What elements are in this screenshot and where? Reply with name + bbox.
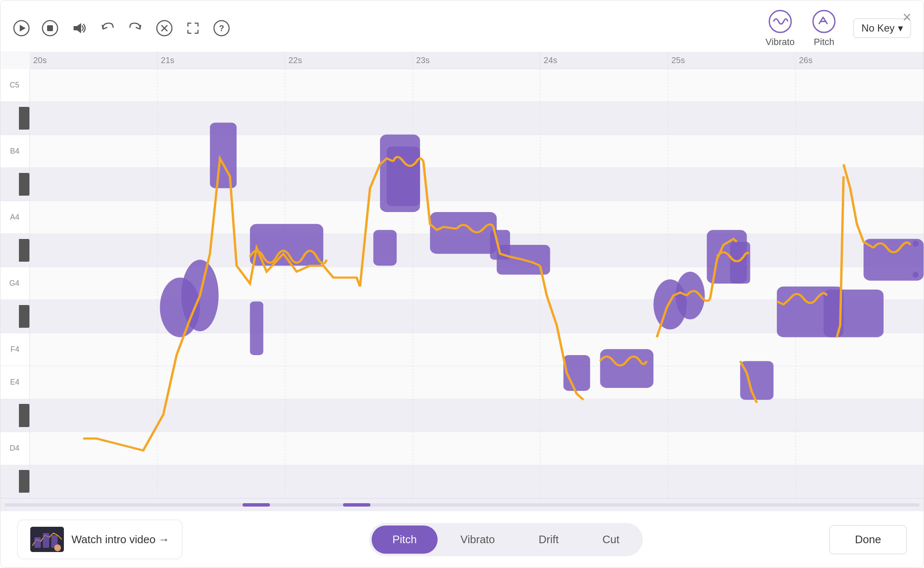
cancel-button[interactable] <box>156 20 173 37</box>
key-b4: B4 <box>0 135 29 168</box>
bottom-toolbar: Watch intro video → Pitch Vibrato Drift … <box>0 511 924 568</box>
piano-keys: C5 B4 A4 <box>0 69 30 498</box>
svg-point-11 <box>769 11 791 32</box>
svg-rect-43 <box>43 533 49 548</box>
svg-marker-5 <box>77 23 81 33</box>
volume-button[interactable] <box>70 20 87 37</box>
tick-22s: 22s <box>285 52 413 69</box>
svg-point-45 <box>54 544 61 551</box>
pitch-tool[interactable]: Pitch <box>811 9 837 48</box>
tick-21s: 21s <box>158 52 285 69</box>
key-db4 <box>0 465 29 498</box>
piano-roll: 20s 21s 22s 23s 24s 25s 26s C5 B4 <box>0 52 924 511</box>
black-key <box>19 239 29 262</box>
watch-intro-button[interactable]: Watch intro video → <box>17 520 182 559</box>
svg-rect-42 <box>34 537 41 548</box>
black-key <box>19 173 29 196</box>
black-key <box>19 305 29 328</box>
close-button[interactable]: × <box>903 8 911 26</box>
tick-24s: 24s <box>540 52 668 69</box>
tab-drift[interactable]: Drift <box>517 526 580 554</box>
tick-23s: 23s <box>413 52 541 69</box>
vibrato-icon <box>768 9 793 34</box>
stop-button[interactable] <box>42 20 58 37</box>
key-gb4 <box>0 300 29 333</box>
help-button[interactable]: ? <box>213 20 230 37</box>
vibrato-label: Vibrato <box>766 37 795 48</box>
tick-26s: 26s <box>795 52 923 69</box>
key-g4: G4 <box>0 267 29 300</box>
play-button[interactable] <box>13 20 30 37</box>
key-selector-value: No Key <box>861 22 895 34</box>
tab-vibrato[interactable]: Vibrato <box>439 526 516 554</box>
svg-marker-1 <box>20 25 26 32</box>
done-button[interactable]: Done <box>829 525 907 554</box>
vibrato-tool[interactable]: Vibrato <box>766 9 795 48</box>
scroll-thumb-1[interactable] <box>243 503 270 507</box>
pitch-label: Pitch <box>814 37 834 48</box>
black-key <box>19 470 29 493</box>
fullscreen-button[interactable] <box>185 20 201 37</box>
scroll-dot-2[interactable] <box>913 272 919 278</box>
scroll-track[interactable] <box>5 503 919 507</box>
toolbar-right: Vibrato Pitch No Key ▾ <box>766 9 911 48</box>
main-container: ? Vibrato <box>0 0 924 568</box>
scrollbar-area <box>0 498 924 511</box>
scroll-dot-1[interactable] <box>913 241 919 247</box>
redo-button[interactable] <box>127 20 144 37</box>
watch-intro-text: Watch intro video → <box>71 533 169 546</box>
key-c5: C5 <box>0 69 29 102</box>
key-bb4 <box>0 168 29 201</box>
key-eb4 <box>0 399 29 432</box>
intro-thumbnail <box>30 527 64 552</box>
toolbar: ? Vibrato <box>0 0 924 52</box>
toolbar-left: ? <box>13 20 230 37</box>
grid-area[interactable] <box>30 69 924 498</box>
side-scroll[interactable] <box>913 241 919 278</box>
undo-button[interactable] <box>99 20 116 37</box>
tab-group: Pitch Vibrato Drift Cut <box>369 523 643 556</box>
svg-rect-4 <box>74 26 77 30</box>
grid-rows <box>30 69 924 498</box>
key-d4: D4 <box>0 432 29 465</box>
key-f4: F4 <box>0 333 29 366</box>
tab-pitch[interactable]: Pitch <box>372 526 438 554</box>
key-b4-sharp <box>0 102 29 135</box>
key-e4: E4 <box>0 366 29 399</box>
piano-body: C5 B4 A4 <box>0 69 924 498</box>
black-key <box>19 107 29 130</box>
tab-cut[interactable]: Cut <box>581 526 640 554</box>
tick-25s: 25s <box>668 52 796 69</box>
timeline-header: 20s 21s 22s 23s 24s 25s 26s <box>30 52 924 69</box>
svg-rect-3 <box>47 25 53 31</box>
svg-text:?: ? <box>219 24 224 33</box>
black-key <box>19 404 29 427</box>
key-ab4 <box>0 234 29 267</box>
pitch-icon <box>811 9 837 34</box>
key-a4: A4 <box>0 201 29 234</box>
tick-20s: 20s <box>30 52 158 69</box>
scroll-thumb-2[interactable] <box>343 503 370 507</box>
